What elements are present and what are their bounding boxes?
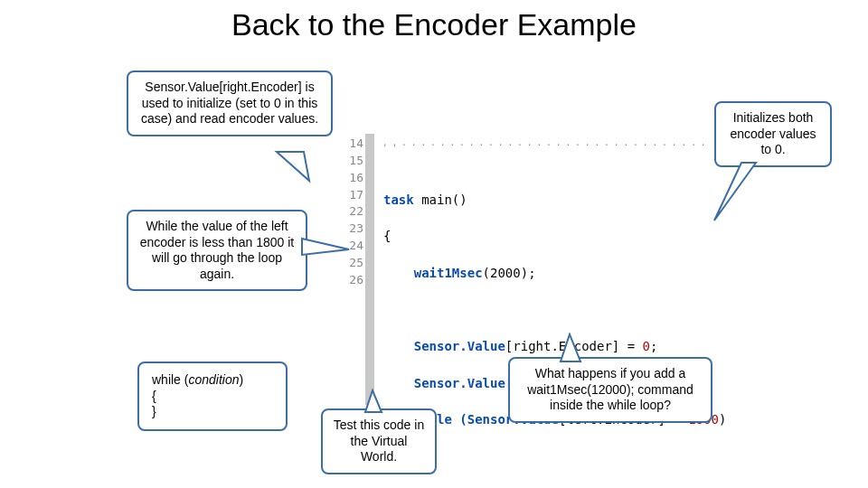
callout-while-syntax: while (condition) { }	[137, 361, 288, 431]
gutter-line: 22	[342, 203, 363, 221]
svg-marker-4	[561, 334, 580, 361]
gutter-line: 26	[342, 272, 363, 289]
gutter-line: 16	[342, 170, 363, 187]
page-title: Back to the Encoder Example	[0, 7, 868, 42]
callout-tail-icon	[298, 233, 353, 260]
callout-test-virtual-world: Test this code in the Virtual World.	[321, 408, 437, 474]
gutter-divider	[365, 134, 374, 405]
svg-marker-1	[714, 163, 756, 221]
callout-while-explain: While the value of the left encoder is l…	[127, 210, 307, 291]
callout-tail-icon	[553, 333, 590, 365]
gutter-line: 14	[342, 136, 363, 153]
callout-tail-icon	[705, 161, 760, 224]
callout-tail-icon	[360, 389, 387, 416]
gutter-line: 15	[342, 153, 363, 170]
line-gutter: 14 15 16 17 22 23 24 25 26	[342, 136, 363, 289]
callout-initialize-zero: Initializes both encoder values to 0.	[714, 101, 832, 167]
gutter-line: 17	[342, 187, 363, 204]
svg-marker-2	[302, 239, 349, 255]
callout-sensor-value-explain: Sensor.Value[right.Encoder] is used to i…	[127, 70, 333, 136]
svg-marker-0	[277, 152, 309, 181]
callout-question-wait: What happens if you add a wait1Msec(1200…	[508, 357, 712, 423]
svg-marker-3	[365, 390, 382, 412]
callout-tail-icon	[268, 148, 313, 184]
